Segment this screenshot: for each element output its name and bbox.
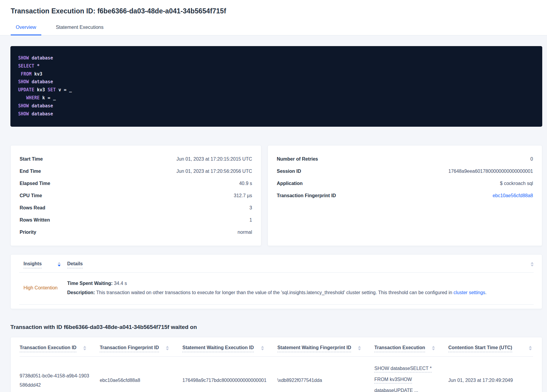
time-spent-waiting-value: 34.4 s: [113, 281, 127, 286]
sort-down-icon: [83, 349, 86, 350]
stat-row: Prioritynormal: [20, 226, 252, 238]
details-column-label[interactable]: Details: [67, 261, 83, 268]
stat-row: End TimeJun 01, 2023 at 17:20:56:2056 UT…: [20, 165, 252, 177]
sort-arrows-icon[interactable]: [531, 261, 534, 266]
sql-token-kw: FROM: [21, 71, 32, 77]
sort-arrows-icon[interactable]: [358, 345, 361, 350]
sql-token-ident: *: [34, 63, 40, 69]
cell-transaction-execution: SHOW databaseSELECT *FROM kv3SHOWdatabas…: [374, 364, 448, 392]
sort-up-icon: [83, 346, 86, 348]
sort-arrows-icon[interactable]: [83, 345, 86, 350]
cluster-settings-link[interactable]: cluster settings: [454, 290, 485, 295]
sql-token-plain: v = _: [56, 87, 72, 92]
page-header: Transaction Execution ID: f6be6366-da03-…: [0, 0, 547, 35]
sort-down-icon: [166, 349, 169, 350]
sort-arrows-icon[interactable]: [58, 261, 61, 266]
sql-token-ident: database: [29, 111, 53, 117]
waited-on-column-header[interactable]: Statement Waiting Execution ID: [182, 345, 277, 352]
sql-token-kw: SELECT: [18, 63, 34, 69]
stat-label: Rows Read: [20, 205, 45, 211]
waited-on-table-card: Transaction Execution IDTransaction Fing…: [10, 337, 542, 392]
insights-column-label[interactable]: Insights: [23, 261, 42, 268]
sort-arrows-icon[interactable]: [166, 345, 169, 350]
transaction-execution-link-line[interactable]: databaseUPDATE ...: [374, 387, 418, 392]
transaction-execution-link-line[interactable]: SHOW databaseSELECT *: [374, 365, 432, 372]
high-contention-badge: High Contention: [23, 285, 58, 291]
sort-up-icon: [531, 262, 534, 264]
sql-token-kw: SET: [48, 87, 56, 92]
sql-line: SHOW database: [18, 54, 534, 62]
stat-row: Number of Retries0: [277, 153, 533, 165]
waited-on-column-label[interactable]: Transaction Execution ID: [20, 345, 76, 352]
sort-arrows-icon[interactable]: [529, 345, 532, 350]
description-suffix: .: [485, 290, 486, 295]
sql-token-plain: k = _: [40, 95, 56, 101]
waited-on-column-label[interactable]: Transaction Fingerprint ID: [100, 345, 159, 352]
waited-on-column-header[interactable]: Statement Waiting Fingerprint ID: [277, 345, 374, 352]
stat-label: Rows Written: [20, 217, 50, 223]
sql-token-kw: SHOW: [18, 55, 29, 61]
tab-statement-executions[interactable]: Statement Executions: [51, 24, 109, 35]
waited-on-column-label[interactable]: Statement Waiting Fingerprint ID: [277, 345, 351, 352]
stat-value: 3: [249, 205, 252, 211]
stat-value: 0: [530, 156, 533, 162]
sql-token-plain: kv3: [32, 71, 42, 77]
sort-down-icon: [531, 265, 534, 266]
stat-value: normal: [238, 230, 252, 235]
sql-token-ident: database: [29, 103, 53, 109]
stat-label: Start Time: [20, 156, 43, 162]
cell-statement-waiting-execution-id: 176498a9c717bdc80000000000000001: [182, 376, 277, 385]
time-spent-waiting-label: Time Spent Waiting:: [67, 281, 113, 286]
waited-on-row: 9738d051-bc0e-4158-a9b4-1903586ddd42 ebc…: [20, 357, 533, 392]
stat-label: Priority: [20, 230, 36, 235]
sql-line: SHOW database: [18, 110, 534, 118]
stat-value: 1: [249, 217, 252, 223]
waited-on-heading: Transaction with ID f6be6366-da03-48de-a…: [10, 324, 542, 330]
waited-on-column-label[interactable]: Statement Waiting Execution ID: [182, 345, 254, 352]
waited-on-column-header[interactable]: Transaction Execution ID: [20, 345, 100, 352]
sort-down-icon: [529, 349, 532, 350]
sql-token-kw: WHERE: [26, 95, 40, 101]
waited-on-column-header[interactable]: Transaction Execution: [374, 345, 448, 352]
sql-line: UPDATE kv3 SET v = _: [18, 86, 534, 94]
session-summary-card: Number of Retries0Session ID17648a9eea60…: [268, 145, 542, 246]
insights-column-header[interactable]: Insights: [19, 261, 67, 268]
sort-up-icon: [166, 346, 169, 348]
waited-on-column-header[interactable]: Contention Start Time (UTC): [448, 345, 533, 352]
sql-line: FROM kv3: [18, 70, 534, 78]
time-spent-waiting-line: Time Spent Waiting: 34.4 s: [67, 279, 534, 288]
transaction-sql-box: SHOW databaseSELECT * FROM kv3SHOW datab…: [10, 46, 542, 127]
insights-table-card: Insights Details High Contention Time Sp…: [10, 254, 542, 309]
waited-on-column-header[interactable]: Transaction Fingerprint ID: [100, 345, 182, 352]
sql-token-ident: database: [29, 55, 53, 61]
stat-row: Elapsed Time40.9 s: [20, 177, 252, 189]
waited-on-column-label[interactable]: Transaction Execution: [374, 345, 425, 352]
details-column-header[interactable]: Details: [67, 261, 534, 268]
transaction-fingerprint-link[interactable]: ebc10ae56cfd88a8: [493, 193, 533, 198]
stat-row: Session ID17648a9eea60178000000000000000…: [277, 165, 533, 177]
tab-overview[interactable]: Overview: [11, 24, 41, 35]
waited-on-column-label[interactable]: Contention Start Time (UTC): [448, 345, 512, 352]
description-label: Description:: [67, 290, 95, 295]
stat-label: Number of Retries: [277, 156, 318, 162]
description-line: Description: This transaction waited on …: [67, 288, 534, 297]
stat-label: CPU Time: [20, 193, 42, 198]
transaction-execution-link-line[interactable]: FROM kv3SHOW: [374, 376, 412, 383]
insights-table-header: Insights Details: [19, 255, 534, 273]
stat-row: Transaction Fingerprint IDebc10ae56cfd88…: [277, 189, 533, 202]
sort-arrows-icon[interactable]: [432, 345, 435, 350]
stat-label: Transaction Fingerprint ID: [277, 193, 336, 198]
stat-value: Jun 01, 2023 at 17:20:15:2015 UTC: [177, 156, 252, 162]
cell-transaction-fingerprint-id: ebc10ae56cfd88a8: [100, 376, 182, 385]
sort-up-icon: [529, 346, 532, 348]
page-title: Transaction Execution ID: f6be6366-da03-…: [11, 7, 536, 15]
sort-arrows-icon[interactable]: [261, 345, 264, 350]
stat-row: Application$ cockroach sql: [277, 177, 533, 189]
sql-token-kw: SHOW: [18, 79, 29, 84]
timing-summary-card: Start TimeJun 01, 2023 at 17:20:15:2015 …: [10, 145, 261, 246]
stat-label: Application: [277, 181, 303, 186]
stat-value: $ cockroach sql: [500, 181, 533, 186]
stat-label: End Time: [20, 169, 41, 174]
stat-value: 40.9 s: [239, 181, 252, 186]
sql-token-plain: [18, 95, 26, 101]
